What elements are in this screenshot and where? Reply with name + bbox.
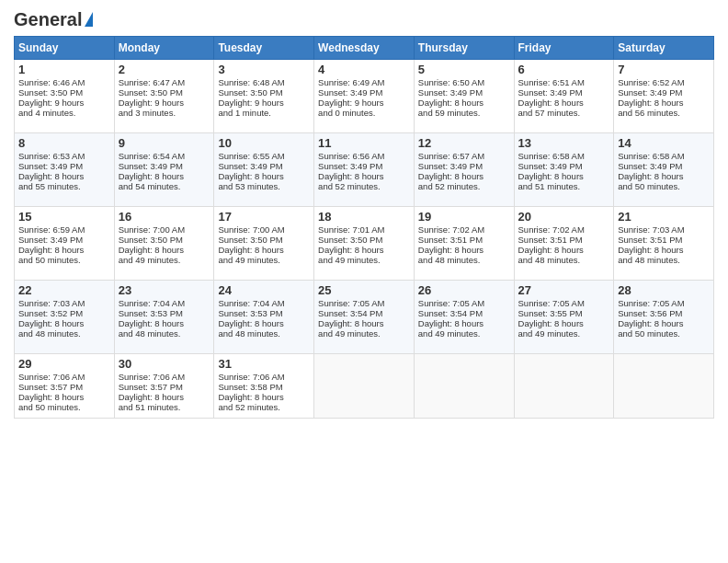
day-info: Daylight: 8 hours [18,318,110,328]
day-info: and 56 minutes. [618,108,710,118]
day-info: Sunrise: 6:59 AM [18,224,110,235]
day-info: Sunrise: 6:52 AM [618,77,710,87]
day-info: Sunset: 3:51 PM [518,235,610,245]
day-number: 6 [518,63,610,76]
day-info: Sunset: 3:49 PM [618,87,710,98]
calendar-cell: 26Sunrise: 7:05 AMSunset: 3:54 PMDayligh… [414,281,514,354]
day-info: and 51 minutes. [119,402,210,412]
calendar-week-4: 22Sunrise: 7:03 AMSunset: 3:52 PMDayligh… [15,281,714,354]
day-number: 13 [518,136,610,150]
day-info: Sunrise: 6:58 AM [618,151,710,161]
day-info: and 49 minutes. [318,255,410,265]
calendar-cell: 25Sunrise: 7:05 AMSunset: 3:54 PMDayligh… [314,281,415,354]
day-info: Daylight: 8 hours [18,245,110,255]
day-number: 27 [518,283,610,297]
day-number: 8 [18,136,110,150]
day-info: Sunset: 3:55 PM [518,308,610,318]
day-info: Sunrise: 6:54 AM [119,151,210,161]
day-number: 19 [418,210,510,224]
day-number: 16 [119,210,210,224]
day-info: Daylight: 8 hours [318,318,410,328]
day-info: and 54 minutes. [119,181,210,191]
day-number: 12 [418,136,510,150]
day-info: Sunset: 3:54 PM [318,308,410,318]
day-info: Sunrise: 7:04 AM [119,298,210,308]
calendar-cell: 1Sunrise: 6:46 AMSunset: 3:50 PMDaylight… [15,60,115,133]
day-info: Daylight: 9 hours [318,98,410,108]
day-info: Daylight: 8 hours [119,245,210,255]
day-number: 4 [318,63,410,76]
day-info: and 50 minutes. [18,255,110,265]
day-info: Sunset: 3:49 PM [618,161,710,171]
calendar-table: SundayMondayTuesdayWednesdayThursdayFrid… [14,36,714,419]
day-info: Daylight: 8 hours [418,98,510,108]
day-info: Sunrise: 6:47 AM [119,77,210,87]
day-info: Sunrise: 7:05 AM [618,298,710,308]
calendar-cell: 19Sunrise: 7:02 AMSunset: 3:51 PMDayligh… [414,207,514,281]
calendar-cell: 30Sunrise: 7:06 AMSunset: 3:57 PMDayligh… [114,354,214,419]
day-info: Sunset: 3:54 PM [418,308,510,318]
calendar-week-1: 1Sunrise: 6:46 AMSunset: 3:50 PMDaylight… [15,60,714,133]
calendar-week-2: 8Sunrise: 6:53 AMSunset: 3:49 PMDaylight… [15,133,714,207]
day-info: Sunset: 3:49 PM [18,235,110,245]
day-info: Daylight: 8 hours [518,318,610,328]
day-number: 5 [418,63,510,76]
day-info: Sunrise: 7:02 AM [418,224,510,235]
calendar-cell: 24Sunrise: 7:04 AMSunset: 3:53 PMDayligh… [214,281,314,354]
calendar-cell: 8Sunrise: 6:53 AMSunset: 3:49 PMDaylight… [15,133,115,207]
day-header-wednesday: Wednesday [314,37,415,60]
day-info: Sunrise: 7:06 AM [18,372,110,382]
day-info: Daylight: 8 hours [618,245,710,255]
day-info: and 52 minutes. [418,181,510,191]
day-info: Sunset: 3:50 PM [218,87,310,98]
calendar-header-row: SundayMondayTuesdayWednesdayThursdayFrid… [15,37,714,60]
day-info: and 50 minutes. [18,402,110,412]
day-info: Daylight: 8 hours [318,245,410,255]
calendar-cell: 27Sunrise: 7:05 AMSunset: 3:55 PMDayligh… [514,281,614,354]
day-info: Sunset: 3:50 PM [119,235,210,245]
day-info: Sunrise: 7:06 AM [218,372,310,382]
calendar-container: General SundayMondayTuesdayWednesdayThur… [0,0,728,563]
day-info: Sunset: 3:50 PM [119,87,210,98]
day-info: Daylight: 9 hours [18,98,110,108]
day-info: Sunrise: 7:03 AM [18,298,110,308]
calendar-cell: 6Sunrise: 6:51 AMSunset: 3:49 PMDaylight… [514,60,614,133]
day-info: and 49 minutes. [418,328,510,339]
day-info: Sunset: 3:52 PM [18,308,110,318]
day-info: Sunset: 3:50 PM [218,235,310,245]
day-info: Sunrise: 6:50 AM [418,77,510,87]
day-info: and 48 minutes. [418,255,510,265]
day-info: Sunset: 3:49 PM [418,87,510,98]
calendar-cell [614,354,714,419]
calendar-cell: 5Sunrise: 6:50 AMSunset: 3:49 PMDaylight… [414,60,514,133]
day-info: Sunrise: 6:56 AM [318,151,410,161]
day-info: and 48 minutes. [119,328,210,339]
day-number: 15 [18,210,110,224]
calendar-week-5: 29Sunrise: 7:06 AMSunset: 3:57 PMDayligh… [15,354,714,419]
day-info: Daylight: 8 hours [518,245,610,255]
calendar-cell: 12Sunrise: 6:57 AMSunset: 3:49 PMDayligh… [414,133,514,207]
day-number: 9 [119,136,210,150]
logo-general: General [14,9,82,30]
day-info: Daylight: 8 hours [418,245,510,255]
day-info: and 48 minutes. [618,255,710,265]
day-info: Daylight: 8 hours [119,318,210,328]
day-number: 26 [418,283,510,297]
day-info: Sunrise: 7:04 AM [218,298,310,308]
calendar-cell: 29Sunrise: 7:06 AMSunset: 3:57 PMDayligh… [15,354,115,419]
day-number: 20 [518,210,610,224]
day-info: Sunrise: 6:58 AM [518,151,610,161]
day-number: 31 [218,357,310,371]
calendar-cell [514,354,614,419]
day-info: Sunrise: 7:01 AM [318,224,410,235]
day-info: Sunset: 3:56 PM [618,308,710,318]
day-info: Daylight: 8 hours [618,318,710,328]
day-header-sunday: Sunday [15,37,115,60]
day-header-saturday: Saturday [614,37,714,60]
day-info: and 59 minutes. [418,108,510,118]
day-info: and 1 minute. [218,108,310,118]
calendar-cell: 15Sunrise: 6:59 AMSunset: 3:49 PMDayligh… [15,207,115,281]
day-info: and 53 minutes. [218,181,310,191]
day-info: Sunset: 3:51 PM [618,235,710,245]
day-header-tuesday: Tuesday [214,37,314,60]
